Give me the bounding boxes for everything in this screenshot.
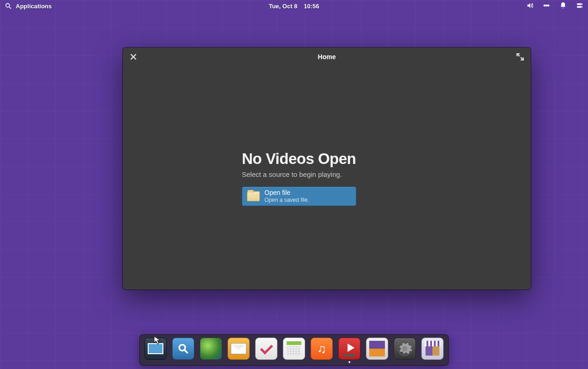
search-icon (177, 343, 189, 355)
svg-point-0 (6, 4, 10, 7)
svg-point-8 (581, 6, 582, 7)
dock-app-mail[interactable] (228, 338, 250, 360)
dock-app-files[interactable] (172, 338, 194, 360)
network-indicator[interactable] (543, 2, 550, 11)
dock-app-music[interactable] (311, 338, 333, 360)
window-title: Home (318, 53, 336, 60)
dock-app-videos[interactable] (338, 338, 360, 360)
window-content: No Videos Open Select a source to begin … (123, 66, 531, 290)
svg-point-7 (581, 4, 582, 5)
notifications-indicator[interactable] (559, 2, 567, 11)
maximize-button[interactable] (516, 53, 524, 61)
svg-point-13 (179, 345, 185, 351)
gear-icon (397, 341, 413, 357)
session-indicator[interactable] (576, 2, 583, 11)
videos-window: Home No Videos Open Select a source to b… (123, 48, 531, 290)
volume-indicator[interactable] (526, 2, 534, 11)
time-text: 10:56 (304, 3, 319, 10)
dock (139, 334, 449, 366)
window-titlebar[interactable]: Home (123, 48, 531, 66)
dock-app-web-browser[interactable] (200, 338, 222, 360)
folder-icon (247, 191, 260, 201)
close-button[interactable] (129, 53, 138, 61)
dock-app-photos[interactable] (366, 338, 388, 360)
close-icon (129, 53, 138, 61)
svg-line-1 (9, 7, 11, 9)
network-icon (543, 2, 550, 9)
dock-app-calendar[interactable] (283, 338, 305, 360)
svg-point-2 (546, 5, 547, 6)
open-file-button[interactable]: Open file Open a saved file. (242, 187, 356, 206)
volume-icon (526, 2, 534, 9)
applications-menu[interactable]: Applications (5, 2, 52, 10)
dock-app-tasks[interactable] (255, 338, 277, 360)
svg-point-3 (544, 5, 546, 6)
dock-app-appcenter[interactable] (421, 338, 444, 360)
clock[interactable]: Tue, Oct 8 10:56 (269, 3, 319, 10)
maximize-icon (516, 53, 524, 61)
dock-app-system-settings[interactable] (394, 338, 416, 360)
svg-line-14 (185, 350, 188, 353)
welcome-subheading: Select a source to begin playing. (242, 170, 356, 178)
running-indicator (348, 361, 350, 363)
applications-label: Applications (16, 3, 52, 10)
search-icon (5, 2, 12, 10)
date-text: Tue, Oct 8 (269, 3, 297, 10)
welcome-heading: No Videos Open (242, 150, 356, 168)
dock-app-multitasking[interactable] (144, 338, 167, 360)
svg-point-4 (548, 5, 549, 6)
session-icon (576, 2, 583, 9)
open-file-subtitle: Open a saved file. (264, 197, 309, 203)
open-file-title: Open file (264, 189, 309, 197)
bell-icon (559, 2, 567, 9)
top-panel: Applications Tue, Oct 8 10:56 (0, 0, 588, 12)
